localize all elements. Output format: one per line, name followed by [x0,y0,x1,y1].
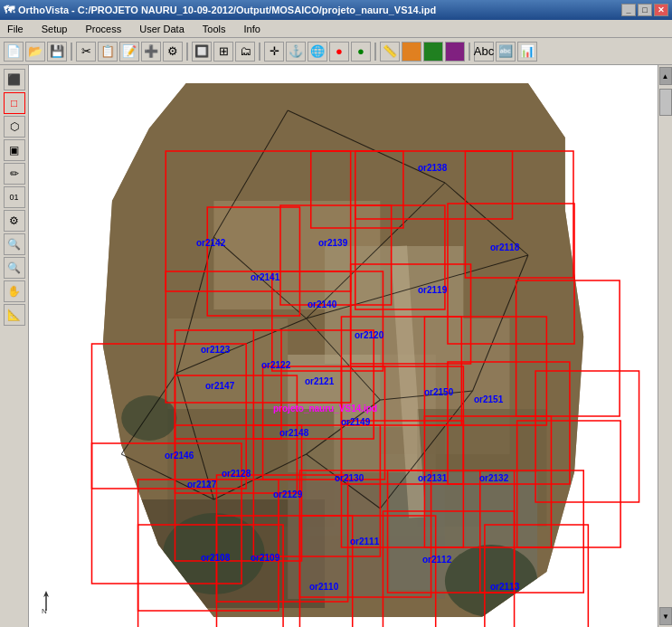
svg-rect-70 [138,525,283,627]
svg-point-18 [121,395,176,441]
svg-rect-11 [417,409,546,527]
svg-rect-59 [92,443,242,584]
svg-rect-53 [92,344,247,489]
svg-rect-61 [253,425,380,556]
svg-line-24 [307,255,528,318]
svg-rect-63 [424,416,551,547]
left-hand[interactable]: ✋ [4,280,25,302]
left-select[interactable]: ⬛ [4,69,25,90]
tb-open[interactable]: 📂 [25,42,45,62]
left-gear[interactable]: ⚙ [4,210,25,232]
tb-measure[interactable]: 📏 [380,42,400,62]
tb-color1[interactable] [402,42,421,62]
svg-line-34 [213,454,306,499]
scrollbar-up-button[interactable]: ▲ [659,67,672,85]
map-background-svg [29,65,658,627]
menu-process[interactable]: Process [81,22,125,36]
svg-line-30 [307,318,381,400]
svg-rect-6 [167,318,288,409]
svg-rect-41 [207,207,299,316]
label-or2129: or2129 [273,489,302,499]
tb-new[interactable]: 📄 [4,42,24,62]
tb-add[interactable]: ➕ [141,42,161,62]
toolbar-sep-1 [71,43,72,61]
svg-rect-69 [480,470,583,593]
tb-view[interactable]: 🔲 [192,42,212,62]
window-controls: _ □ ✕ [621,4,668,16]
menu-tools[interactable]: Tools [199,22,230,36]
svg-line-29 [177,373,214,499]
left-zoom-in[interactable]: 🔍 [4,233,25,255]
svg-rect-73 [383,511,514,627]
scrollbar-thumb[interactable] [659,89,672,116]
svg-rect-50 [341,317,461,425]
label-or2127: or2127 [187,480,216,489]
svg-rect-74 [485,525,588,627]
svg-rect-8 [380,318,509,454]
svg-rect-40 [465,151,573,278]
left-measure[interactable]: 📐 [4,304,25,326]
left-toolbar: ⬛ □ ⬡ ▣ ✏ 01 ⚙ 🔍 🔍 ✋ 📐 [0,65,29,627]
left-rect[interactable]: □ [4,92,25,114]
toolbar-sep-3 [259,43,260,61]
tb-anchor[interactable]: ⚓ [286,42,306,62]
tb-abc2[interactable]: 🔤 [496,42,516,62]
svg-line-22 [213,237,306,318]
left-zoom-out[interactable]: 🔍 [4,257,25,279]
tb-grid[interactable]: ⊞ [213,42,233,62]
title-bar: 🗺 OrthoVista - C:/PROJETO NAURU_10-09-20… [0,0,672,20]
window-title: OrthoVista - C:/PROJETO NAURU_10-09-2012… [18,5,436,15]
map-canvas[interactable]: or2138 or2142 or2139 or2118 or2141 or214… [29,65,658,627]
left-label[interactable]: 01 [4,186,25,208]
svg-line-20 [445,183,528,255]
label-or2108: or2108 [201,553,230,563]
left-point[interactable]: ▣ [4,139,25,161]
scrollbar-right[interactable]: ▲ ▼ [658,65,672,627]
close-button[interactable]: ✕ [654,4,668,16]
tb-abc1[interactable]: Abc [474,42,494,62]
tb-mosaic[interactable]: 🗂 [235,42,255,62]
svg-rect-55 [263,366,385,480]
menu-setup[interactable]: Setup [38,22,71,36]
tb-abc3[interactable]: 📊 [517,42,537,62]
minimize-button[interactable]: _ [621,4,636,16]
svg-point-17 [445,545,537,617]
tb-color3[interactable] [445,42,465,62]
label-or2122: or2122 [261,360,290,370]
svg-line-32 [473,255,528,391]
svg-rect-5 [325,246,463,364]
svg-rect-10 [307,427,445,536]
svg-rect-67 [299,470,431,597]
tb-paste[interactable]: 📝 [119,42,139,62]
svg-rect-57 [448,362,570,484]
restore-button[interactable]: □ [638,4,652,16]
tb-copy[interactable]: 📋 [98,42,118,62]
tb-globe[interactable]: 🌐 [308,42,327,62]
left-edit[interactable]: ✏ [4,163,25,185]
menu-file[interactable]: File [4,22,27,36]
label-or2111: or2111 [350,537,379,546]
label-or2138: or2138 [418,163,447,173]
tb-save[interactable]: 💾 [47,42,67,62]
tb-cut[interactable]: ✂ [76,42,96,62]
menu-userdata[interactable]: User Data [136,22,188,36]
menu-info[interactable]: Info [240,22,263,36]
label-or2109: or2109 [251,553,279,563]
svg-line-23 [307,183,445,318]
svg-rect-42 [280,205,392,305]
svg-line-35 [307,454,381,508]
svg-rect-66 [216,475,347,602]
svg-rect-48 [175,330,281,439]
label-or2118: or2118 [490,242,519,252]
tb-color2[interactable] [423,42,443,62]
tb-cross[interactable]: ✛ [264,42,284,62]
label-or2119: or2119 [418,285,447,295]
left-poly[interactable]: ⬡ [4,116,25,138]
svg-line-15 [399,246,417,518]
svg-rect-51 [424,317,546,425]
svg-rect-60 [175,425,301,561]
tb-settings[interactable]: ⚙ [163,42,183,62]
scrollbar-down-button[interactable]: ▼ [659,607,672,625]
tb-red[interactable]: ● [329,42,349,62]
tb-green[interactable]: ● [351,42,371,62]
